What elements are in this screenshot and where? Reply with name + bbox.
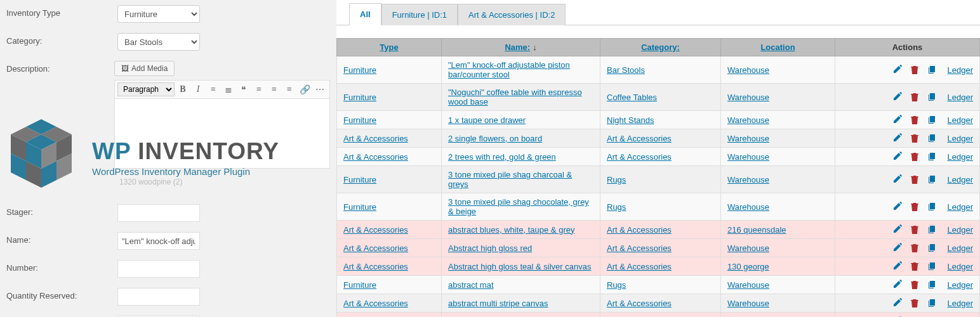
ledger-link[interactable]: Ledger xyxy=(948,299,973,308)
delete-icon[interactable] xyxy=(910,152,920,162)
copy-icon[interactable] xyxy=(927,298,937,308)
cell-location[interactable]: 130 george xyxy=(727,262,769,271)
delete-icon[interactable] xyxy=(910,133,920,143)
edit-icon[interactable] xyxy=(892,224,902,235)
align-left-icon[interactable]: ≡ xyxy=(252,82,266,96)
edit-icon[interactable] xyxy=(892,152,902,162)
cell-category[interactable]: Rugs xyxy=(607,280,626,290)
cell-type[interactable]: Art & Accessories xyxy=(343,262,408,271)
delete-icon[interactable] xyxy=(910,280,920,290)
copy-icon[interactable] xyxy=(927,280,937,290)
cell-name[interactable]: "Noguchi" coffee table with espresso woo… xyxy=(448,87,582,107)
ledger-link[interactable]: Ledger xyxy=(948,115,973,125)
paragraph-select[interactable]: Paragraph xyxy=(117,82,175,96)
bold-icon[interactable]: B xyxy=(176,82,190,96)
cell-name[interactable]: Abstract high gloss teal & silver canvas xyxy=(448,262,591,271)
cell-name[interactable]: 3 tone mixed pile shag chocolate, grey &… xyxy=(448,197,589,216)
qty-reserved-input[interactable] xyxy=(117,288,200,306)
cell-category[interactable]: Night Stands xyxy=(607,115,654,125)
cell-name[interactable]: 1 x taupe one drawer xyxy=(448,115,526,125)
copy-icon[interactable] xyxy=(927,115,937,125)
delete-icon[interactable] xyxy=(910,261,920,271)
edit-icon[interactable] xyxy=(892,133,902,143)
cell-type[interactable]: Furniture xyxy=(343,175,376,184)
cell-type[interactable]: Furniture xyxy=(343,115,376,125)
cell-type[interactable]: Art & Accessories xyxy=(343,152,408,162)
cell-location[interactable]: Warehouse xyxy=(727,243,769,253)
copy-icon[interactable] xyxy=(927,202,937,212)
delete-icon[interactable] xyxy=(910,298,920,308)
copy-icon[interactable] xyxy=(927,133,937,143)
copy-icon[interactable] xyxy=(927,65,937,75)
sort-name[interactable]: Name: xyxy=(505,42,530,52)
number-input[interactable] xyxy=(117,260,200,278)
cell-name[interactable]: abstract blues, white, taupe & grey xyxy=(448,225,574,235)
copy-icon[interactable] xyxy=(927,174,937,184)
delete-icon[interactable] xyxy=(910,65,920,75)
cell-name[interactable]: "Lem" knock-off adjustable piston bar/co… xyxy=(448,60,570,79)
cell-location[interactable]: Warehouse xyxy=(727,152,769,162)
name-input[interactable] xyxy=(117,232,200,250)
link-icon[interactable]: 🔗 xyxy=(298,82,312,96)
ledger-link[interactable]: Ledger xyxy=(948,280,973,290)
cell-category[interactable]: Rugs xyxy=(607,202,626,212)
cell-category[interactable]: Art & Accessories xyxy=(607,243,672,253)
cell-location[interactable]: Warehouse xyxy=(727,175,769,184)
cell-name[interactable]: 2 trees with red, gold & green xyxy=(448,152,556,162)
cell-category[interactable]: Art & Accessories xyxy=(607,262,672,271)
copy-icon[interactable] xyxy=(927,152,937,162)
add-media-button[interactable]: 🖼Add Media xyxy=(114,61,175,76)
cell-type[interactable]: Art & Accessories xyxy=(343,299,408,308)
sort-location[interactable]: Location xyxy=(760,42,795,52)
delete-icon[interactable] xyxy=(910,174,920,184)
cell-category[interactable]: Coffee Tables xyxy=(607,93,657,102)
cell-location[interactable]: Warehouse xyxy=(727,115,769,125)
cell-location[interactable]: Warehouse xyxy=(727,299,769,308)
edit-icon[interactable] xyxy=(892,115,902,125)
edit-icon[interactable] xyxy=(892,243,902,253)
edit-icon[interactable] xyxy=(892,202,902,212)
tab-art[interactable]: Art & Accessories | ID:2 xyxy=(458,4,566,25)
cell-type[interactable]: Art & Accessories xyxy=(343,134,408,143)
edit-icon[interactable] xyxy=(892,298,902,308)
ledger-link[interactable]: Ledger xyxy=(948,202,973,212)
list-ul-icon[interactable]: ≡ xyxy=(206,82,220,96)
list-ol-icon[interactable]: ≣ xyxy=(222,82,235,96)
cell-location[interactable]: 216 queensdale xyxy=(727,225,786,235)
cell-category[interactable]: Rugs xyxy=(607,175,626,184)
tab-all[interactable]: All xyxy=(349,3,381,25)
cell-location[interactable]: Warehouse xyxy=(727,93,769,102)
cell-name[interactable]: abstract mat xyxy=(448,280,494,290)
edit-icon[interactable] xyxy=(892,92,902,102)
cell-name[interactable]: abstract multi stripe canvas xyxy=(448,299,548,308)
cell-category[interactable]: Art & Accessories xyxy=(607,152,672,162)
cell-name[interactable]: 3 tone mixed pile shag charcoal & greys xyxy=(448,170,572,189)
ledger-link[interactable]: Ledger xyxy=(948,175,973,184)
quote-icon[interactable]: ❝ xyxy=(237,82,251,96)
cell-type[interactable]: Furniture xyxy=(343,93,376,102)
cell-type[interactable]: Art & Accessories xyxy=(343,225,408,235)
ledger-link[interactable]: Ledger xyxy=(948,93,973,102)
cell-type[interactable]: Art & Accessories xyxy=(343,243,408,253)
delete-icon[interactable] xyxy=(910,202,920,212)
edit-icon[interactable] xyxy=(892,174,902,184)
sort-type[interactable]: Type xyxy=(380,42,398,52)
ledger-link[interactable]: Ledger xyxy=(948,134,973,143)
delete-icon[interactable] xyxy=(910,224,920,235)
cell-category[interactable]: Art & Accessories xyxy=(607,299,672,308)
align-center-icon[interactable]: ≡ xyxy=(267,82,281,96)
copy-icon[interactable] xyxy=(927,243,937,253)
ledger-link[interactable]: Ledger xyxy=(948,152,973,162)
cell-name[interactable]: Abstract high gloss red xyxy=(448,243,532,253)
cell-location[interactable]: Warehouse xyxy=(727,202,769,212)
italic-icon[interactable]: I xyxy=(191,82,205,96)
ledger-link[interactable]: Ledger xyxy=(948,65,973,75)
inventory-type-select[interactable]: Furniture xyxy=(117,5,200,23)
copy-icon[interactable] xyxy=(927,224,937,235)
edit-icon[interactable] xyxy=(892,280,902,290)
cell-location[interactable]: Warehouse xyxy=(727,134,769,143)
delete-icon[interactable] xyxy=(910,115,920,125)
tab-furniture[interactable]: Furniture | ID:1 xyxy=(381,4,458,25)
cell-category[interactable]: Art & Accessories xyxy=(607,134,672,143)
stager-input[interactable] xyxy=(117,204,200,222)
